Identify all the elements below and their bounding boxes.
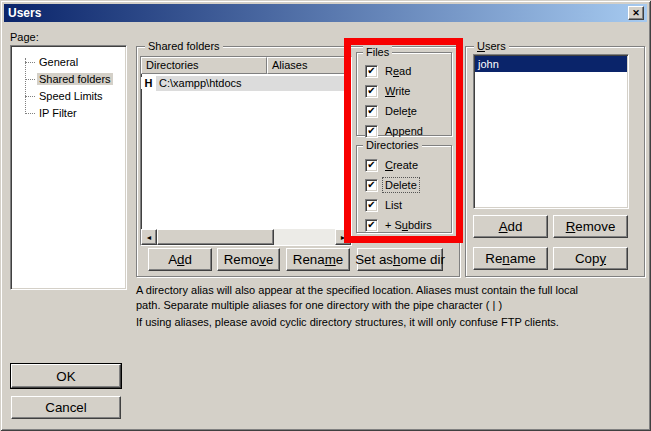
write-label: Write bbox=[383, 84, 412, 98]
check-icon: ✔ bbox=[367, 126, 375, 136]
window-title: Users bbox=[4, 6, 628, 20]
tree-stub bbox=[25, 62, 35, 63]
subdirs-label: + Subdirs bbox=[383, 218, 434, 232]
users-list[interactable]: john bbox=[473, 54, 629, 209]
shared-remove-button[interactable]: Remove bbox=[217, 248, 280, 271]
alias-note-line2: path. Separate multiple aliases for one … bbox=[136, 298, 648, 313]
check-icon: ✔ bbox=[367, 220, 375, 230]
page-list[interactable]: General Shared folders Speed Limits IP F… bbox=[10, 45, 127, 290]
list-label: List bbox=[383, 198, 404, 212]
list-checkbox[interactable]: ✔ bbox=[365, 199, 378, 212]
subdirs-checkbox[interactable]: ✔ bbox=[365, 219, 378, 232]
read-label: Read bbox=[383, 64, 413, 78]
page-item-speed-limits[interactable]: Speed Limits bbox=[11, 89, 126, 106]
tree-stub bbox=[25, 113, 35, 114]
user-list-item-john[interactable]: john bbox=[475, 56, 627, 72]
page-item-label: Speed Limits bbox=[37, 90, 105, 102]
append-checkbox[interactable]: ✔ bbox=[365, 125, 378, 138]
files-group-label: Files bbox=[363, 46, 392, 59]
read-checkbox[interactable]: ✔ bbox=[365, 65, 378, 78]
directory-path: C:\xampp\htdocs bbox=[156, 76, 351, 91]
alias-note-line1: A directory alias will also appear at th… bbox=[136, 283, 648, 298]
create-label: Create bbox=[383, 158, 420, 172]
check-icon: ✔ bbox=[367, 106, 375, 116]
checkbox-row-list[interactable]: ✔ List bbox=[357, 195, 451, 215]
page-item-label: IP Filter bbox=[37, 107, 79, 119]
directory-row[interactable]: H C:\xampp\htdocs bbox=[141, 75, 351, 91]
close-button[interactable]: ✕ bbox=[628, 6, 644, 20]
checkbox-row-delete-files[interactable]: ✔ Delete bbox=[357, 101, 451, 121]
delete-files-label: Delete bbox=[383, 104, 419, 118]
page-item-ip-filter[interactable]: IP Filter bbox=[11, 106, 126, 123]
user-rename-button[interactable]: Rename bbox=[473, 247, 548, 270]
checkbox-row-subdirs[interactable]: ✔ + Subdirs bbox=[357, 215, 451, 235]
directories-group-label: Directories bbox=[363, 139, 422, 152]
page-item-label-selected: Shared folders bbox=[37, 73, 113, 85]
ok-button[interactable]: OK bbox=[11, 364, 121, 388]
tree-stub bbox=[25, 79, 35, 80]
scroll-right-icon: ► bbox=[340, 234, 347, 241]
scroll-left-button[interactable]: ◄ bbox=[141, 229, 157, 245]
column-header-directories[interactable]: Directories bbox=[141, 57, 267, 74]
listview-header: Directories Aliases bbox=[141, 57, 351, 74]
cyclic-note: If using aliases, please avoid cyclic di… bbox=[136, 315, 648, 330]
directories-permissions-group: Directories ✔ Create ✔ Delete ✔ List ✔ +… bbox=[356, 145, 452, 233]
home-indicator: H bbox=[141, 77, 156, 89]
horizontal-scrollbar[interactable]: ◄ ► bbox=[141, 229, 351, 245]
user-add-button[interactable]: Add bbox=[473, 215, 548, 238]
shared-rename-button[interactable]: Rename bbox=[286, 248, 350, 271]
tree-stub bbox=[25, 96, 35, 97]
checkbox-row-read[interactable]: ✔ Read bbox=[357, 61, 451, 81]
directories-listview[interactable]: Directories Aliases H C:\xampp\htdocs ◄ … bbox=[140, 56, 352, 246]
page-label: Page: bbox=[10, 31, 39, 43]
page-item-shared-folders[interactable]: Shared folders bbox=[11, 72, 126, 89]
titlebar: Users ✕ bbox=[4, 4, 647, 22]
user-copy-button[interactable]: Copy bbox=[553, 247, 628, 270]
scrollbar-thumb[interactable] bbox=[157, 229, 274, 245]
users-group-label: Users bbox=[474, 40, 509, 53]
shared-folders-group-label: Shared folders bbox=[145, 40, 223, 53]
delete-dirs-checkbox[interactable]: ✔ bbox=[365, 179, 378, 192]
append-label: Append bbox=[383, 124, 425, 138]
set-as-home-dir-button[interactable]: Set as home dir bbox=[357, 248, 443, 271]
check-icon: ✔ bbox=[367, 180, 375, 190]
column-header-aliases[interactable]: Aliases bbox=[267, 57, 351, 74]
close-icon: ✕ bbox=[632, 8, 640, 18]
checkbox-row-create[interactable]: ✔ Create bbox=[357, 155, 451, 175]
create-checkbox[interactable]: ✔ bbox=[365, 159, 378, 172]
delete-files-checkbox[interactable]: ✔ bbox=[365, 105, 378, 118]
check-icon: ✔ bbox=[367, 66, 375, 76]
scroll-left-icon: ◄ bbox=[146, 234, 153, 241]
write-checkbox[interactable]: ✔ bbox=[365, 85, 378, 98]
check-icon: ✔ bbox=[367, 200, 375, 210]
user-remove-button[interactable]: Remove bbox=[553, 215, 628, 238]
shared-add-button[interactable]: Add bbox=[148, 248, 212, 271]
checkbox-row-delete-dirs[interactable]: ✔ Delete bbox=[357, 175, 451, 195]
cancel-button[interactable]: Cancel bbox=[11, 396, 121, 419]
checkbox-row-write[interactable]: ✔ Write bbox=[357, 81, 451, 101]
check-icon: ✔ bbox=[367, 86, 375, 96]
page-item-label: General bbox=[37, 56, 80, 68]
delete-dirs-label: Delete bbox=[383, 178, 419, 192]
files-permissions-group: Files ✔ Read ✔ Write ✔ Delete ✔ Append bbox=[356, 52, 452, 136]
page-item-general[interactable]: General bbox=[11, 55, 126, 72]
checkbox-row-append[interactable]: ✔ Append bbox=[357, 121, 451, 141]
check-icon: ✔ bbox=[367, 160, 375, 170]
scroll-right-button[interactable]: ► bbox=[335, 229, 351, 245]
